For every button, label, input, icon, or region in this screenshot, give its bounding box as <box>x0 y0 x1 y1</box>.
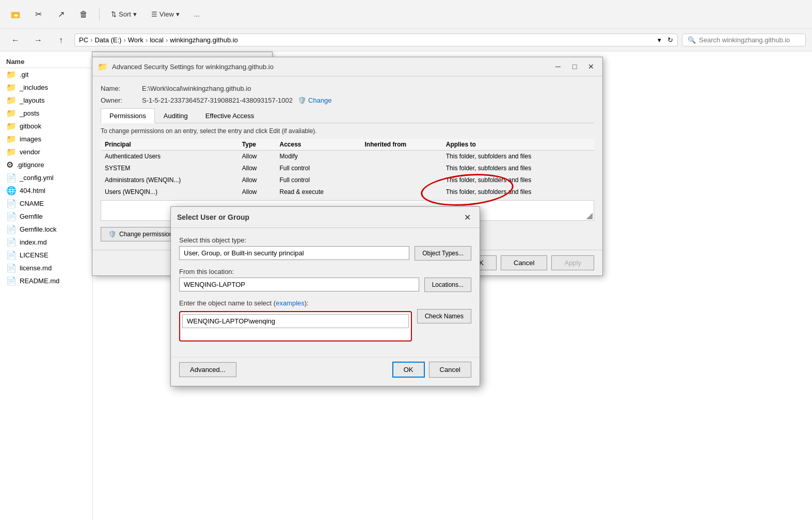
list-item[interactable]: 📄 license.md <box>0 262 92 274</box>
view-chevron: ▾ <box>176 10 180 18</box>
breadcrumb-local[interactable]: local <box>150 36 164 44</box>
table-row[interactable]: Users (WENQIN...) Allow Read & execute T… <box>101 186 594 198</box>
file-icon: 📄 <box>6 250 17 260</box>
cell-applies: This folder, subfolders and files <box>442 151 594 163</box>
item-name: README.md <box>20 277 59 285</box>
name-label: Name: <box>101 85 142 92</box>
location-row: Locations... <box>179 278 471 292</box>
object-name-box <box>179 311 412 342</box>
back-button[interactable]: ← <box>6 31 25 50</box>
item-name: Gemfile.lock <box>20 225 57 233</box>
item-name: CNAME <box>20 200 44 207</box>
list-item[interactable]: 📄 LICENSE <box>0 249 92 262</box>
dialog-titlebar: Select User or Group ✕ <box>171 207 480 228</box>
list-item[interactable]: 📄 index.md <box>0 236 92 249</box>
table-row[interactable]: SYSTEM Allow Full control This folder, s… <box>101 163 594 174</box>
file-icon: 📄 <box>6 276 17 286</box>
table-row[interactable]: Authenticated Users Allow Modify This fo… <box>101 151 594 163</box>
cell-principal: Authenticated Users <box>101 151 238 163</box>
owner-label: Owner: <box>101 96 142 104</box>
list-item[interactable]: 📄 Gemfile.lock <box>0 223 92 236</box>
adv-cancel-button[interactable]: Cancel <box>501 255 547 270</box>
table-row[interactable]: Administrators (WENQIN...) Allow Full co… <box>101 174 594 186</box>
toolbar: ✂ ↗ 🗑 ⇅ Sort ▾ ☰ View ▾ ... <box>0 0 812 29</box>
cell-principal: Users (WENQIN...) <box>101 186 238 198</box>
tab-permissions[interactable]: Permissions <box>101 108 155 123</box>
list-item[interactable]: 📁 .git <box>0 68 92 81</box>
object-type-field[interactable] <box>179 246 409 260</box>
location-section: From this location: Locations... <box>179 268 471 292</box>
check-names-button[interactable]: Check Names <box>417 309 471 323</box>
locations-button[interactable]: Locations... <box>424 278 471 292</box>
folder-icon: 📁 <box>6 83 17 92</box>
new-folder-icon[interactable] <box>6 5 25 24</box>
resize-handle[interactable] <box>586 213 593 219</box>
tab-effective-access[interactable]: Effective Access <box>197 108 263 123</box>
advanced-button[interactable]: Advanced... <box>179 362 236 377</box>
list-item[interactable]: 📄 README.md <box>0 274 92 287</box>
list-item[interactable]: ⚙ .gitignore <box>0 158 92 171</box>
change-perms-label: Change permissions <box>119 231 176 238</box>
ok-button[interactable]: OK <box>392 362 425 378</box>
list-item[interactable]: 📄 _config.yml <box>0 171 92 184</box>
owner-row: Owner: S-1-5-21-2337364527-31908821-4380… <box>101 96 594 104</box>
forward-button[interactable]: → <box>29 31 47 50</box>
item-name: 404.html <box>20 187 45 194</box>
breadcrumb-sep1: › <box>90 36 92 44</box>
object-type-row: Object Types... <box>179 246 471 261</box>
list-item[interactable]: 📄 CNAME <box>0 197 92 210</box>
breadcrumb-folder[interactable]: winkingzhang.github.io <box>170 36 238 44</box>
refresh-icon[interactable]: ↻ <box>667 36 673 44</box>
dialog-footer: Advanced... OK Cancel <box>171 357 480 386</box>
dropdown-icon[interactable]: ▾ <box>658 36 661 44</box>
list-item[interactable]: 📁 images <box>0 133 92 145</box>
file-icon: 📄 <box>6 199 17 208</box>
cell-type: Allow <box>238 163 276 174</box>
dialog-close-button[interactable]: ✕ <box>461 211 473 223</box>
object-name-field[interactable] <box>182 314 409 328</box>
search-input[interactable] <box>699 36 792 44</box>
tab-auditing[interactable]: Auditing <box>155 108 197 123</box>
address-bar: ← → ↑ PC › Data (E:) › Work › local › wi… <box>0 29 812 52</box>
up-button[interactable]: ↑ <box>52 31 70 50</box>
examples-link[interactable]: examples <box>276 299 305 307</box>
file-icon: ⚙ <box>6 160 13 170</box>
cancel-button[interactable]: Cancel <box>429 362 471 378</box>
dialog-footer-right: OK Cancel <box>392 362 471 378</box>
col-applies: Applies to <box>442 139 594 151</box>
list-item[interactable]: 📄 Gemfile <box>0 210 92 223</box>
sort-chevron: ▾ <box>133 10 137 18</box>
share-icon[interactable]: ↗ <box>52 5 70 24</box>
adv-minimize-btn[interactable]: ─ <box>552 60 564 73</box>
folder-icon: 📁 <box>6 108 17 118</box>
sort-button[interactable]: ⇅ Sort ▾ <box>106 7 142 21</box>
cell-inherited <box>360 186 441 198</box>
item-name: .gitignore <box>17 161 44 169</box>
view-button[interactable]: ☰ View ▾ <box>146 7 185 21</box>
owner-value: S-1-5-21-2337364527-31908821-438093157-1… <box>142 96 293 104</box>
list-item[interactable]: 🌐 404.html <box>0 184 92 197</box>
permissions-table: Principal Type Access Inherited from App… <box>101 139 594 198</box>
select-user-dialog: Select User or Group ✕ Select this objec… <box>170 206 480 386</box>
breadcrumb-data[interactable]: Data (E:) <box>94 36 121 44</box>
adv-maximize-btn[interactable]: □ <box>568 60 581 73</box>
adv-close-btn[interactable]: ✕ <box>585 60 597 73</box>
breadcrumb-work[interactable]: Work <box>128 36 144 44</box>
cell-principal: Administrators (WENQIN...) <box>101 174 238 186</box>
more-button[interactable]: ... <box>189 7 205 21</box>
sort-label: Sort <box>119 10 131 18</box>
shield-icon: 🛡️ <box>298 96 306 104</box>
delete-icon[interactable]: 🗑 <box>74 5 93 24</box>
list-item[interactable]: 📁 _posts <box>0 107 92 120</box>
breadcrumb-pc[interactable]: PC <box>79 36 88 44</box>
cut-icon[interactable]: ✂ <box>29 5 47 24</box>
location-field[interactable] <box>179 278 419 291</box>
adv-apply-button[interactable]: Apply <box>551 255 594 270</box>
object-types-button[interactable]: Object Types... <box>415 246 471 261</box>
change-link[interactable]: Change <box>308 96 332 104</box>
list-item[interactable]: 📁 gitbook <box>0 120 92 133</box>
list-item[interactable]: 📁 vendor <box>0 145 92 158</box>
col-principal: Principal <box>101 139 238 151</box>
list-item[interactable]: 📁 _includes <box>0 81 92 94</box>
list-item[interactable]: 📁 _layouts <box>0 94 92 107</box>
